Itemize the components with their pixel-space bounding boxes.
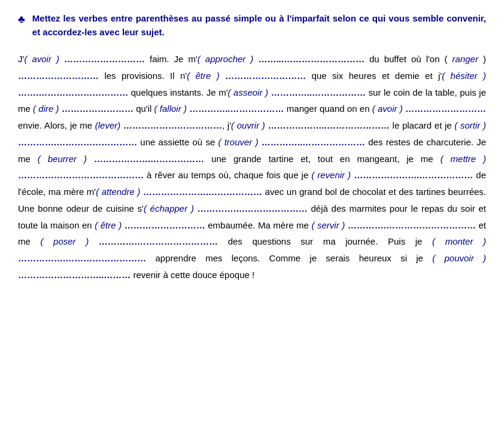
verb-sortir: ( sortir )	[454, 120, 486, 130]
dots-12: ………….………………………	[18, 137, 137, 147]
dots-3: ………………………	[18, 71, 99, 81]
dots-8: …………..………………	[189, 103, 284, 114]
instruction-block: ♣ Mettez les verbes entre parenthèses au…	[18, 12, 486, 39]
dots-13: …………..…………………	[262, 137, 365, 147]
dots-21: ………….………………………	[99, 236, 218, 246]
dots-16: ………………….………………	[354, 170, 473, 180]
dots-20: ………….…………………………	[348, 220, 476, 230]
verb-falloir: ( falloir )	[154, 103, 187, 114]
dots-5: …….…………………………	[18, 87, 128, 97]
dots-11: ………………..…………………	[268, 120, 390, 130]
dots-18: …………….…………………	[198, 203, 308, 214]
dots-23: ………………………..………	[18, 270, 130, 280]
dots-2: ……...………………………	[258, 54, 365, 64]
dots-14: ……………….………………	[94, 154, 204, 164]
dots-19: ………………………	[125, 220, 205, 230]
dots-9: ………………………	[405, 103, 486, 114]
verb-avoir-2: ( avoir )	[372, 103, 403, 114]
verb-poser: ( poser )	[40, 236, 89, 246]
dots-7: ……………………	[62, 103, 133, 114]
verb-beurrer: ( beurrer )	[38, 154, 87, 164]
verb-mettre: ( mettre )	[441, 154, 486, 164]
dots-10: ……………………………	[123, 120, 222, 130]
dots-4: ………………………	[225, 71, 306, 81]
verb-monter: ( monter )	[432, 236, 486, 246]
instruction-text: Mettez les verbes entre parenthèses au p…	[32, 12, 486, 39]
verb-ouvrir: ( ouvrir )	[231, 120, 265, 130]
dots-6: …………..………………	[271, 87, 366, 97]
dots-1: ………………………	[64, 54, 145, 64]
dots-15: ……………………………………	[18, 170, 144, 180]
verb-etre-2: ( être )	[95, 220, 122, 230]
verb-avoir-1: ( avoir )	[24, 54, 59, 64]
verb-etre-1: ( être )	[187, 71, 220, 81]
dots-22: …………….………………………	[18, 253, 146, 263]
verb-hesiter: ( hésiter )	[442, 71, 486, 81]
verb-asseoir: ( asseoir )	[228, 87, 269, 97]
verb-lever: (lever)	[95, 120, 121, 130]
verb-servir: ( servir )	[311, 220, 345, 230]
exercise-container: ♣ Mettez les verbes entre parenthèses au…	[18, 12, 486, 283]
verb-dire: ( dire )	[33, 103, 59, 114]
verb-pouvoir: ( pouvoir )	[432, 253, 486, 263]
club-icon: ♣	[18, 13, 25, 26]
verb-ranger: ranger	[453, 54, 478, 64]
verb-revenir: ( revenir )	[311, 170, 351, 180]
dots-17: ………………….………………	[143, 187, 262, 197]
verb-trouver: ( trouver )	[218, 137, 258, 147]
verb-attendre: ( attendre )	[96, 187, 140, 197]
verb-echapper: ( échapper )	[144, 203, 194, 214]
verb-approcher: ( approcher )	[198, 54, 254, 64]
passage-text: J'( avoir ) ……………………… faim. Je m'( appro…	[18, 51, 486, 283]
